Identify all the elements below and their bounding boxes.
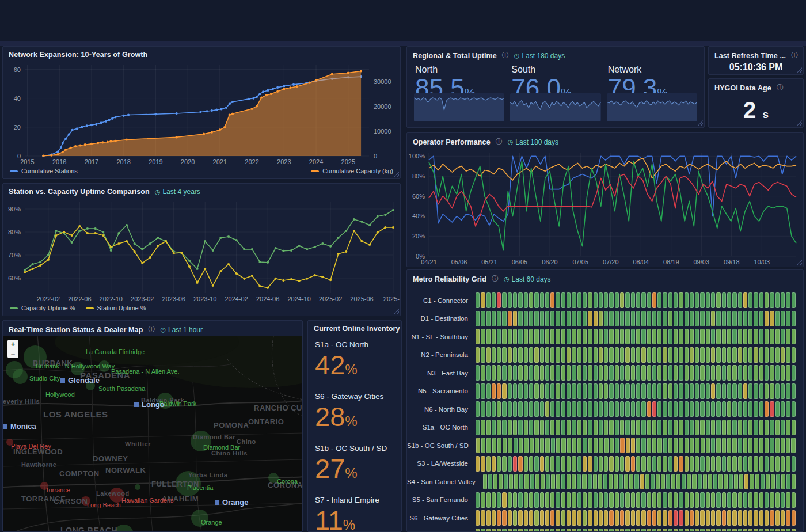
heatmap-cells bbox=[475, 311, 796, 326]
map-dealer-marker[interactable]: Glendale bbox=[60, 377, 100, 384]
reliability-cell bbox=[748, 311, 752, 326]
zoom-in-button[interactable]: + bbox=[7, 340, 18, 349]
panel-title[interactable]: HYGOi Data Age bbox=[714, 84, 771, 92]
reliability-cell bbox=[561, 474, 565, 489]
panel-header[interactable]: Metro Reliability Grid ⓘ ◷Last 60 days bbox=[407, 270, 803, 286]
reliability-cell bbox=[620, 510, 624, 526]
reliability-cell bbox=[518, 292, 522, 308]
legend-item-capacity[interactable]: Cumulative Capacity (kg) bbox=[311, 168, 393, 174]
info-icon[interactable]: ⓘ bbox=[777, 83, 784, 93]
panel-title[interactable]: Last Refresh Time ... bbox=[714, 52, 786, 60]
legend-item-stations[interactable]: Cumulative Stations bbox=[10, 168, 78, 174]
svg-text:05/06: 05/06 bbox=[451, 259, 467, 265]
dealer-map[interactable]: BURBANKPASADENALOS ANGELESRANCHO CUCAMOO… bbox=[3, 336, 302, 531]
reliability-cell bbox=[577, 529, 581, 531]
reliability-cell bbox=[508, 492, 512, 508]
panel-header[interactable]: Network Expansion: 10-Years of Growth bbox=[3, 47, 400, 60]
reliability-cell bbox=[609, 510, 613, 526]
reliability-cell bbox=[695, 329, 699, 344]
panel-header[interactable]: Last Refresh Time ... ⓘ bbox=[709, 47, 803, 60]
reliability-cell bbox=[609, 329, 613, 344]
reliability-cell bbox=[722, 510, 726, 526]
operator-performance-chart: 04/2105/0605/2106/0506/2007/0507/2008/04… bbox=[407, 149, 803, 267]
zoom-out-button[interactable]: − bbox=[7, 349, 18, 358]
reliability-cell bbox=[594, 492, 598, 508]
reliability-cell bbox=[668, 456, 672, 472]
reliability-cell bbox=[676, 474, 680, 489]
panel-header[interactable]: Regional & Total Uptime ⓘ ◷Last 180 days bbox=[407, 47, 704, 62]
reliability-cell bbox=[561, 529, 565, 531]
panel-regional-uptime: Regional & Total Uptime ⓘ ◷Last 180 days… bbox=[406, 46, 705, 128]
reliability-cell bbox=[615, 383, 619, 399]
reliability-cell bbox=[727, 401, 731, 417]
reliability-cell bbox=[663, 329, 667, 344]
reliability-cell bbox=[599, 529, 603, 531]
map-station-label: South Pasadena bbox=[98, 386, 145, 392]
panel-title[interactable]: Regional & Total Uptime bbox=[413, 52, 497, 60]
reliability-cell bbox=[668, 347, 672, 363]
reliability-cell bbox=[615, 329, 619, 344]
reliability-cell bbox=[492, 438, 496, 453]
reliability-cell bbox=[561, 311, 565, 326]
reliability-cell bbox=[556, 420, 560, 435]
info-icon[interactable]: ⓘ bbox=[496, 137, 503, 147]
reliability-cell bbox=[604, 365, 608, 381]
reliability-cell bbox=[641, 292, 645, 308]
reliability-cell bbox=[701, 438, 705, 453]
reliability-cell bbox=[610, 438, 614, 453]
reliability-cell bbox=[631, 401, 635, 417]
panel-title[interactable]: Current Online Inventory bbox=[314, 325, 400, 333]
reliability-cell bbox=[775, 510, 780, 526]
legend-swatch bbox=[10, 307, 18, 309]
reliability-cell bbox=[722, 383, 726, 399]
info-icon[interactable]: ⓘ bbox=[502, 51, 509, 60]
reliability-cell bbox=[766, 474, 770, 489]
reliability-cell bbox=[663, 420, 667, 435]
reliability-cell bbox=[502, 420, 506, 435]
panel-title[interactable]: Real-Time Station Status & Dealer Map bbox=[9, 326, 143, 334]
reliability-cell bbox=[594, 510, 598, 526]
panel-title[interactable]: Station vs. Capacity Uptime Comparison bbox=[9, 188, 150, 196]
info-icon[interactable]: ⓘ bbox=[791, 51, 798, 60]
svg-text:07/05: 07/05 bbox=[573, 259, 589, 265]
reliability-cell bbox=[647, 329, 651, 344]
reliability-cell bbox=[492, 510, 496, 526]
legend-item-capacity-uptime[interactable]: Capacity Uptime % bbox=[10, 305, 75, 311]
panel-header[interactable]: Operator Performance ⓘ ◷Last 180 days bbox=[407, 133, 803, 149]
reliability-cell bbox=[492, 456, 496, 472]
dealer-square-icon bbox=[60, 378, 65, 383]
map-dealer-marker[interactable]: Orange bbox=[215, 499, 249, 506]
panel-title[interactable]: Metro Reliability Grid bbox=[413, 275, 486, 283]
reliability-cell bbox=[706, 456, 710, 472]
legend-item-station-uptime[interactable]: Station Uptime % bbox=[86, 305, 146, 311]
reliability-cell bbox=[524, 365, 528, 381]
reliability-cell bbox=[748, 401, 752, 417]
time-range-text: Last 180 days bbox=[522, 52, 565, 60]
map-station-label: Placentia bbox=[187, 485, 213, 491]
svg-text:0%: 0% bbox=[416, 253, 425, 260]
reliability-cell bbox=[476, 401, 480, 417]
panel-network-expansion: Network Expansion: 10-Years of Growth 20… bbox=[2, 46, 401, 179]
reliability-cell bbox=[716, 456, 720, 472]
info-icon[interactable]: ⓘ bbox=[148, 325, 155, 335]
reliability-cell bbox=[481, 420, 485, 435]
panel-title[interactable]: Operator Performance bbox=[413, 138, 491, 146]
reliability-cell bbox=[781, 438, 785, 453]
panel-title[interactable]: Network Expansion: 10-Years of Growth bbox=[9, 51, 147, 59]
reliability-cell bbox=[690, 438, 694, 453]
map-city-label: RANCHO CUCAMO bbox=[254, 404, 302, 412]
reliability-cell bbox=[698, 474, 702, 489]
map-dealer-marker[interactable]: Longo bbox=[134, 401, 165, 408]
reliability-cell bbox=[786, 438, 790, 453]
panel-header[interactable]: Station vs. Capacity Uptime Comparison ◷… bbox=[3, 184, 400, 197]
map-dealer-marker[interactable]: Monica bbox=[3, 423, 36, 430]
panel-header[interactable]: Current Online Inventory bbox=[308, 321, 401, 335]
reliability-cell bbox=[567, 329, 571, 344]
reliability-cell bbox=[556, 438, 560, 453]
panel-header[interactable]: HYGOi Data Age ⓘ bbox=[709, 79, 803, 93]
reliability-cell bbox=[647, 438, 651, 453]
info-icon[interactable]: ⓘ bbox=[492, 274, 499, 284]
panel-header[interactable]: Real-Time Station Status & Dealer Map ⓘ … bbox=[3, 321, 302, 336]
stat-north: North 85.5% bbox=[414, 63, 504, 121]
reliability-cell bbox=[625, 492, 629, 508]
